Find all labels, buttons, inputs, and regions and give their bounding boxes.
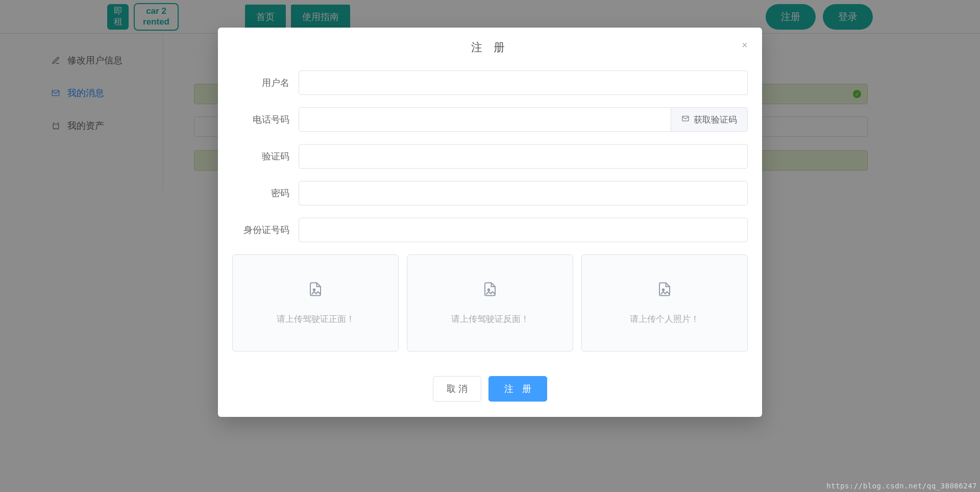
register-form: 用户名 电话号码 获取验证码 验证码 [232, 64, 748, 402]
svg-point-3 [488, 289, 490, 291]
phone-field[interactable] [299, 107, 671, 132]
svg-point-2 [313, 289, 315, 291]
svg-point-4 [663, 289, 665, 291]
upload-label: 请上传驾驶证正面！ [277, 313, 355, 325]
modal-title: 注 册 [232, 40, 748, 64]
svg-rect-1 [682, 116, 689, 121]
label-captcha: 验证码 [232, 150, 299, 162]
modal-footer: 取 消 注 册 [232, 376, 748, 402]
idcard-field[interactable] [299, 218, 748, 242]
row-password: 密码 [232, 181, 748, 205]
cancel-button[interactable]: 取 消 [433, 376, 481, 402]
image-icon [657, 282, 672, 299]
modal-overlay[interactable]: × 注 册 用户名 电话号码 获取验证码 [0, 0, 980, 492]
captcha-field[interactable] [299, 144, 748, 169]
mail-icon [681, 114, 690, 125]
get-code-button[interactable]: 获取验证码 [671, 107, 748, 132]
row-captcha: 验证码 [232, 144, 748, 169]
row-username: 用户名 [232, 71, 748, 95]
register-modal: × 注 册 用户名 电话号码 获取验证码 [218, 28, 762, 417]
watermark: https://blog.csdn.net/qq_38086247 [826, 482, 977, 490]
upload-label: 请上传个人照片！ [630, 313, 699, 325]
row-idcard: 身份证号码 [232, 218, 748, 242]
upload-row: 请上传驾驶证正面！ 请上传驾驶证反面！ 请上传个人照片！ [232, 254, 748, 352]
upload-license-back[interactable]: 请上传驾驶证反面！ [407, 254, 573, 352]
upload-license-front[interactable]: 请上传驾驶证正面！ [232, 254, 399, 352]
label-phone: 电话号码 [232, 113, 299, 126]
image-icon [482, 282, 498, 299]
row-phone: 电话号码 获取验证码 [232, 107, 748, 132]
upload-label: 请上传驾驶证反面！ [451, 313, 529, 325]
get-code-label: 获取验证码 [694, 114, 737, 126]
image-icon [308, 282, 323, 299]
label-password: 密码 [232, 187, 299, 199]
upload-personal-photo[interactable]: 请上传个人照片！ [581, 254, 748, 352]
username-field[interactable] [299, 71, 748, 95]
label-idcard: 身份证号码 [232, 224, 299, 236]
submit-button[interactable]: 注 册 [488, 376, 547, 402]
password-field[interactable] [299, 181, 748, 205]
close-icon[interactable]: × [739, 39, 751, 51]
label-username: 用户名 [232, 77, 299, 89]
